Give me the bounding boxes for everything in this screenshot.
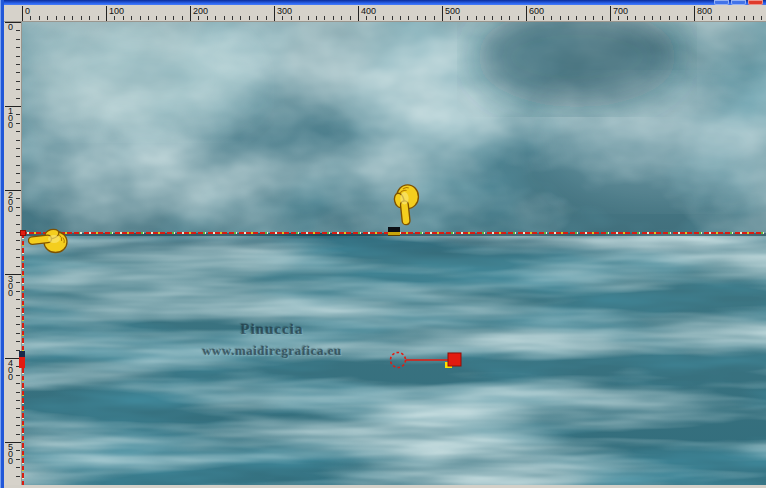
ruler-tick bbox=[16, 89, 20, 90]
ruler-tick bbox=[16, 425, 20, 426]
ruler-tick bbox=[16, 400, 20, 401]
left-edge-node-red[interactable] bbox=[19, 357, 25, 368]
ruler-tick bbox=[518, 16, 519, 20]
ruler-label: 100 bbox=[109, 6, 124, 16]
ruler-tick bbox=[375, 16, 376, 20]
watermark-url: www.maidiregrafica.eu bbox=[162, 344, 382, 358]
ruler-tick bbox=[16, 81, 20, 82]
ruler-tick bbox=[660, 16, 661, 20]
watermark-name: Pinuccia bbox=[162, 321, 382, 338]
ruler-tick bbox=[16, 249, 20, 250]
ruler-tick bbox=[16, 98, 20, 99]
ruler-tick bbox=[450, 16, 451, 20]
ruler-label: 300 bbox=[277, 6, 292, 16]
ruler-tick bbox=[736, 16, 737, 20]
ruler-tick bbox=[207, 16, 208, 20]
horizon-node-handle[interactable] bbox=[388, 227, 400, 236]
ruler-tick bbox=[274, 6, 275, 21]
ruler-tick bbox=[249, 16, 250, 20]
rotation-pivot-icon[interactable] bbox=[388, 350, 488, 394]
ruler-top: 0100200300400500600700800 bbox=[4, 5, 766, 22]
ruler-label: 3 0 0 bbox=[8, 276, 13, 297]
ruler-tick bbox=[16, 341, 20, 342]
ruler-tick bbox=[627, 16, 628, 20]
watermark: Pinuccia www.maidiregrafica.eu bbox=[162, 321, 382, 358]
ruler-tick bbox=[644, 16, 645, 20]
ruler-tick bbox=[618, 16, 619, 20]
ruler-tick bbox=[652, 16, 653, 20]
ruler-tick bbox=[341, 16, 342, 20]
ruler-tick bbox=[16, 182, 20, 183]
ruler-label: 800 bbox=[697, 6, 712, 16]
ruler-tick bbox=[240, 16, 241, 20]
ruler-tick bbox=[165, 16, 166, 20]
ruler-tick bbox=[677, 16, 678, 20]
ruler-tick bbox=[16, 291, 20, 292]
ruler-tick bbox=[610, 6, 611, 21]
ruler-tick bbox=[56, 16, 57, 20]
ruler-tick bbox=[16, 392, 20, 393]
ruler-tick bbox=[16, 198, 20, 199]
ruler-tick bbox=[190, 6, 191, 21]
ruler-tick bbox=[81, 16, 82, 20]
ruler-tick bbox=[282, 16, 283, 20]
ruler-tick bbox=[744, 16, 745, 20]
ruler-tick bbox=[16, 64, 20, 65]
selection-start-handle[interactable] bbox=[20, 230, 26, 236]
ruler-tick bbox=[16, 165, 20, 166]
pivot-rotation-handle[interactable] bbox=[448, 353, 461, 366]
ruler-label: 500 bbox=[445, 6, 460, 16]
ruler-tick bbox=[324, 16, 325, 20]
image-editor-window: 0100200300400500600700800 01 0 02 0 03 0… bbox=[0, 0, 766, 488]
ruler-tick bbox=[434, 16, 435, 20]
ruler-tick bbox=[16, 308, 20, 309]
ruler-tick bbox=[442, 6, 443, 21]
ruler-tick bbox=[16, 450, 20, 451]
ruler-tick bbox=[291, 16, 292, 20]
ruler-tick bbox=[16, 266, 20, 267]
ruler-tick bbox=[22, 6, 23, 21]
ruler-tick bbox=[198, 16, 199, 20]
ruler-label: 2 0 0 bbox=[8, 192, 13, 213]
ruler-tick bbox=[30, 16, 31, 20]
ruler-tick bbox=[16, 408, 20, 409]
ruler-tick bbox=[131, 16, 132, 20]
ruler-tick bbox=[123, 16, 124, 20]
ruler-tick bbox=[89, 16, 90, 20]
ocean-sky-image bbox=[22, 22, 766, 485]
ruler-tick bbox=[408, 16, 409, 20]
ruler-tick bbox=[383, 16, 384, 20]
ruler-label: 700 bbox=[613, 6, 628, 16]
ruler-tick bbox=[215, 16, 216, 20]
ruler-tick bbox=[16, 140, 20, 141]
ruler-tick bbox=[16, 30, 20, 31]
ruler-tick bbox=[526, 6, 527, 21]
ruler-tick bbox=[16, 316, 20, 317]
ruler-tick bbox=[39, 16, 40, 20]
ruler-tick bbox=[669, 16, 670, 20]
ruler-tick bbox=[719, 16, 720, 20]
ruler-tick bbox=[64, 16, 65, 20]
image-canvas[interactable]: Pinuccia www.maidiregrafica.eu bbox=[22, 22, 766, 485]
ruler-tick bbox=[140, 16, 141, 20]
ruler-tick bbox=[534, 16, 535, 20]
ruler-label: 600 bbox=[529, 6, 544, 16]
ruler-tick bbox=[16, 257, 20, 258]
ruler-tick bbox=[476, 16, 477, 20]
ruler-tick bbox=[16, 467, 20, 468]
ruler-tick bbox=[16, 123, 20, 124]
ruler-tick bbox=[16, 224, 20, 225]
ruler-tick bbox=[16, 207, 20, 208]
pivot-circle-handle[interactable] bbox=[391, 353, 406, 368]
ruler-tick bbox=[711, 16, 712, 20]
ruler-tick bbox=[392, 16, 393, 20]
ruler-tick bbox=[47, 16, 48, 20]
ruler-tick bbox=[560, 16, 561, 20]
pointing-hand-left-icon bbox=[28, 226, 68, 254]
ruler-tick bbox=[358, 6, 359, 21]
ruler-left: 01 0 02 0 03 0 04 0 05 0 0 bbox=[4, 22, 22, 485]
ruler-tick bbox=[602, 16, 603, 20]
ruler-tick bbox=[635, 16, 636, 20]
ruler-label: 4 0 0 bbox=[8, 360, 13, 381]
ruler-tick bbox=[106, 6, 107, 21]
